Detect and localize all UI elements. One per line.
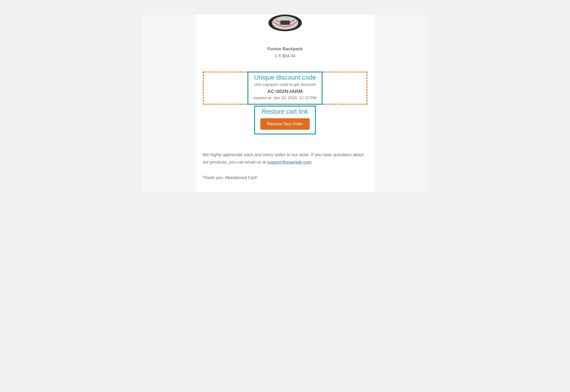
discount-code-callout: Unique discount code Use copupon code to… <box>248 71 323 105</box>
product-image <box>203 14 367 37</box>
email-panel: Fusion Backpack 1 X $54.44 Unique discou… <box>196 14 375 192</box>
body-text-after: . <box>311 160 313 165</box>
discount-callout-title: Unique discount code <box>254 74 317 81</box>
product-price-line: 1 X $54.44 <box>203 53 367 58</box>
outer-card: Fusion Backpack 1 X $54.44 Unique discou… <box>142 14 428 192</box>
support-email-link[interactable]: support@example.com <box>267 160 311 165</box>
resume-order-button[interactable]: Resume Your Order <box>260 118 309 130</box>
coupon-expiry: expires at: Jan 10, 2018, 12:10 PM <box>254 96 317 100</box>
coupon-instruction: Use copupon code to get discount <box>254 82 317 87</box>
restore-section: Restore cart link Resume Your Order <box>203 106 367 135</box>
backpack-image-icon <box>264 14 307 36</box>
restore-callout: Restore cart link Resume Your Order <box>254 106 316 135</box>
coupon-code: AC-002N-IARM <box>254 88 317 94</box>
body-paragraph: We highly appreciate each and every visi… <box>203 151 367 166</box>
signoff-text: Thank you, Abandoned Cart! <box>203 175 367 180</box>
product-title: Fusion Backpack <box>203 46 367 52</box>
restore-callout-title: Restore cart link <box>260 108 309 115</box>
coupon-box: Unique discount code Use copupon code to… <box>203 71 367 105</box>
svg-rect-2 <box>280 20 290 25</box>
